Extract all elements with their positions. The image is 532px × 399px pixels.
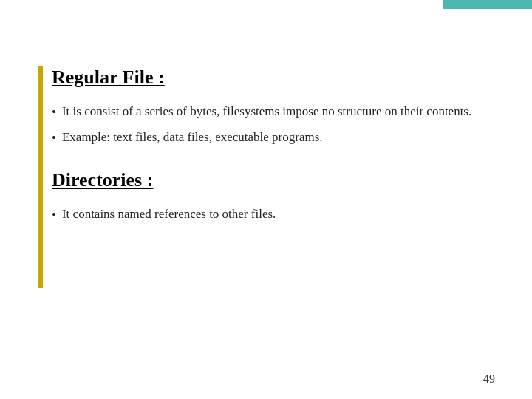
list-item: • Example: text files, data files, execu… <box>52 128 495 148</box>
section-regular-file: Regular File : • It is consist of a seri… <box>52 66 495 147</box>
bullet-text: Example: text files, data files, executa… <box>62 128 495 147</box>
bullet-text: It is consist of a series of bytes, file… <box>62 102 495 121</box>
list-item: • It contains named references to other … <box>52 205 495 225</box>
bullet-list-directories: • It contains named references to other … <box>52 205 495 225</box>
list-item: • It is consist of a series of bytes, fi… <box>52 102 495 122</box>
section-title-regular-file: Regular File : <box>52 66 495 89</box>
slide: Regular File : • It is consist of a seri… <box>0 0 532 399</box>
bullet-dot: • <box>52 103 56 122</box>
section-title-directories: Directories : <box>52 169 495 191</box>
left-bar <box>38 66 43 288</box>
bullet-text: It contains named references to other fi… <box>62 205 495 224</box>
page-number: 49 <box>483 372 495 386</box>
bullet-dot: • <box>52 205 56 225</box>
section-directories: Directories : • It contains named refere… <box>52 169 495 225</box>
bullet-list-regular-file: • It is consist of a series of bytes, fi… <box>52 102 495 147</box>
accent-bar <box>443 0 532 9</box>
bullet-dot: • <box>52 129 56 148</box>
content-area: Regular File : • It is consist of a seri… <box>52 66 495 369</box>
